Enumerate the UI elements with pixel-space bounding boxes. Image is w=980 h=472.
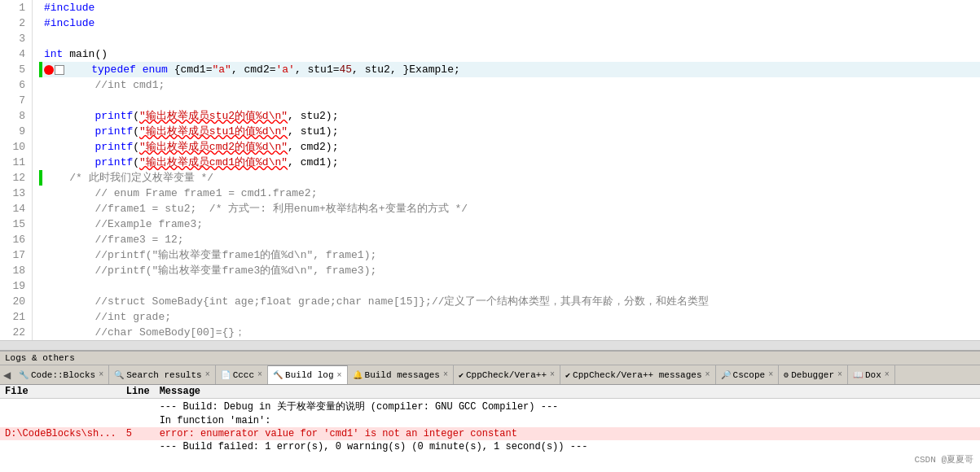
search-label: Search results: [126, 370, 201, 380]
log-cell-line: [121, 414, 155, 427]
line-numbers: 12345678910111213141516171819202122: [0, 0, 33, 340]
search-close[interactable]: ×: [205, 370, 210, 379]
tab-nav-prev[interactable]: ◀: [0, 365, 14, 385]
code-line-2: #include: [39, 15, 980, 31]
log-row: --- Build: Debug in 关于枚举变量的说明 (compiler:…: [0, 399, 980, 415]
cccc-icon: 📄: [221, 370, 231, 380]
log-cell-message: error: enumerator value for 'cmd1' is no…: [155, 427, 980, 440]
col-header-message: Message: [155, 385, 980, 399]
tab-cppcheckmsgs[interactable]: ✔CppCheck/Vera++ messages×: [560, 365, 715, 385]
logs-label: Logs & others: [5, 353, 75, 363]
tab-search[interactable]: 🔍Search results×: [109, 365, 215, 385]
log-content[interactable]: File Line Message --- Build: Debug in 关于…: [0, 385, 980, 472]
log-cell-file: D:\CodeBlocks\sh...: [0, 427, 121, 440]
code-line-14: //frame1 = stu2; /* 方式一: 利用enum+枚举结构名+变量…: [39, 201, 980, 216]
cppcheckmsgs-label: CppCheck/Vera++ messages: [573, 370, 701, 380]
debugger-close[interactable]: ×: [837, 370, 842, 379]
log-cell-message: In function 'main':: [155, 414, 980, 427]
editor-area: 12345678910111213141516171819202122 #inc…: [0, 0, 980, 350]
tab-buildmsg[interactable]: 🔔Build messages×: [348, 365, 454, 385]
code-lines[interactable]: #include #include int main() typedef enu…: [33, 0, 980, 340]
logs-header: Logs & others: [0, 352, 980, 365]
codeblocks-close[interactable]: ×: [99, 370, 103, 379]
cppcheckmsgs-icon: ✔: [565, 370, 570, 380]
cscope-label: Cscope: [733, 370, 766, 380]
cppcheck-label: CppCheck/Vera++: [466, 370, 547, 380]
code-line-21: //int grade;: [39, 309, 980, 325]
log-cell-message: --- Build: Debug in 关于枚举变量的说明 (compiler:…: [155, 399, 980, 415]
buildlog-close[interactable]: ×: [337, 371, 342, 380]
code-line-8: printf("输出枚举成员stu2的值%d\n", stu2);: [39, 108, 980, 124]
col-header-line: Line: [121, 385, 155, 399]
cccc-close[interactable]: ×: [257, 370, 262, 379]
col-header-file: File: [0, 385, 121, 399]
bottom-panel: Logs & others ◀ 🔧Code::Blocks×🔍Search re…: [0, 350, 980, 472]
log-cell-line: [121, 399, 155, 415]
code-line-5: typedef enum {cmd1="a", cmd2='a', stu1=4…: [39, 62, 980, 77]
code-line-1: #include: [39, 0, 980, 15]
codeblocks-label: Code::Blocks: [31, 370, 95, 380]
cscope-icon: 🔎: [721, 370, 731, 380]
dox-close[interactable]: ×: [885, 370, 890, 379]
tabs-container: 🔧Code::Blocks×🔍Search results×📄Cccc×🔨Bui…: [14, 365, 980, 385]
dox-label: Dox: [865, 370, 881, 380]
buildmsg-label: Build messages: [365, 370, 440, 380]
tab-cccc[interactable]: 📄Cccc×: [216, 365, 268, 385]
code-line-22: //char SomeBody[00]={}；: [39, 325, 980, 340]
cscope-close[interactable]: ×: [768, 370, 773, 379]
log-cell-line: 5: [121, 427, 155, 440]
code-line-18: //printf("输出枚举变量frame3的值%d\n", frame3);: [39, 263, 980, 278]
log-row: D:\CodeBlocks\sh...5error: enumerator va…: [0, 427, 980, 440]
code-line-13: // enum Frame frame1 = cmd1.frame2;: [39, 186, 980, 201]
codeblocks-icon: 🔧: [19, 370, 29, 380]
dox-icon: 📖: [853, 370, 863, 380]
search-icon: 🔍: [114, 370, 124, 380]
cccc-label: Cccc: [233, 370, 254, 380]
code-line-9: printf("输出枚举成员stu1的值%d\n", stu1);: [39, 124, 980, 139]
code-line-11: printf("输出枚举成员cmd1的值%d\n", cmd1);: [39, 155, 980, 170]
cppcheck-close[interactable]: ×: [550, 370, 555, 379]
code-line-10: printf("输出枚举成员cmd2的值%d\n", cmd2);: [39, 139, 980, 155]
code-line-20: //struct SomeBady{int age;float grade;ch…: [39, 294, 980, 309]
log-cell-file: [0, 414, 121, 427]
log-row: In function 'main':: [0, 414, 980, 427]
log-cell-file: [0, 399, 121, 415]
code-line-7: [39, 93, 980, 108]
buildmsg-icon: 🔔: [353, 370, 363, 380]
code-line-12: /* 此时我们定义枚举变量 */: [39, 170, 980, 186]
code-line-19: [39, 278, 980, 294]
debugger-label: Debugger: [791, 370, 834, 380]
buildlog-icon: 🔨: [273, 370, 283, 380]
tab-buildlog[interactable]: 🔨Build log×: [268, 365, 347, 385]
debugger-icon: ⚙: [784, 370, 789, 380]
tab-debugger[interactable]: ⚙Debugger×: [779, 365, 848, 385]
tab-dox[interactable]: 📖Dox×: [848, 365, 895, 385]
code-line-16: //frame3 = 12;: [39, 232, 980, 247]
code-line-3: [39, 31, 980, 46]
tab-cscope[interactable]: 🔎Cscope×: [716, 365, 780, 385]
buildmsg-close[interactable]: ×: [443, 370, 448, 379]
cppcheckmsgs-close[interactable]: ×: [705, 370, 710, 379]
code-line-15: //Example frame3;: [39, 216, 980, 232]
code-container: 12345678910111213141516171819202122 #inc…: [0, 0, 980, 340]
horizontal-scrollbar[interactable]: [0, 340, 980, 350]
log-cell-message: --- Build failed: 1 error(s), 0 warning(…: [155, 440, 980, 453]
code-line-6: //int cmd1;: [39, 77, 980, 93]
watermark: CSDN @夏夏哥: [914, 453, 973, 465]
tab-codeblocks[interactable]: 🔧Code::Blocks×: [14, 365, 109, 385]
log-row: --- Build failed: 1 error(s), 0 warning(…: [0, 440, 980, 453]
code-line-4: int main(): [39, 46, 980, 62]
tab-cppcheck[interactable]: ✔CppCheck/Vera++×: [454, 365, 560, 385]
bottom-wrapper: Logs & others ◀ 🔧Code::Blocks×🔍Search re…: [0, 350, 980, 472]
buildlog-label: Build log: [285, 370, 333, 380]
code-line-17: //printf("输出枚举变量frame1的值%d\n", frame1);: [39, 247, 980, 263]
log-cell-file: [0, 440, 121, 453]
tabs-bar: ◀ 🔧Code::Blocks×🔍Search results×📄Cccc×🔨B…: [0, 365, 980, 385]
log-table: File Line Message --- Build: Debug in 关于…: [0, 385, 980, 453]
log-cell-line: [121, 440, 155, 453]
cppcheck-icon: ✔: [459, 370, 464, 380]
